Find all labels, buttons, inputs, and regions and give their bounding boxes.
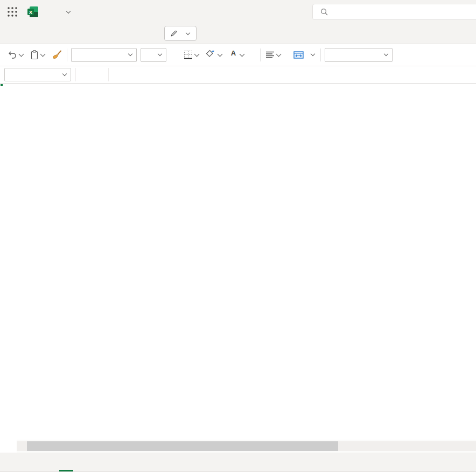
borders-icon [184, 50, 193, 59]
formula-bar [0, 66, 476, 84]
more-font-options-button[interactable] [250, 53, 256, 57]
formula-bar-actions [75, 68, 109, 81]
toolbar-divider [67, 48, 67, 61]
editing-mode-button[interactable] [164, 26, 197, 41]
font-color-button[interactable]: A [228, 48, 246, 61]
merge-button[interactable] [292, 50, 317, 60]
chevron-down-icon[interactable] [194, 51, 200, 57]
chevron-down-icon [62, 72, 67, 76]
format-painter-icon [52, 50, 62, 59]
chevron-down-icon[interactable] [66, 9, 71, 13]
search-icon [320, 8, 328, 16]
pencil-icon [170, 30, 178, 37]
app-launcher-icon[interactable] [7, 6, 18, 17]
fill-color-swatch [206, 58, 215, 60]
chevron-down-icon[interactable] [218, 51, 223, 57]
top-bar: X [0, 0, 476, 24]
font-color-swatch [229, 58, 238, 60]
fill-color-icon [206, 50, 216, 57]
number-format-select[interactable] [325, 48, 393, 62]
menu-bar [0, 24, 476, 43]
chevron-down-icon [158, 52, 162, 56]
align-button[interactable] [264, 50, 283, 60]
scroll-left-button[interactable] [17, 441, 27, 451]
sheet-tab-sheet1[interactable] [59, 453, 73, 471]
undo-button[interactable] [6, 49, 25, 61]
font-color-icon: A [231, 50, 236, 57]
chevron-down-icon[interactable] [19, 51, 24, 57]
chevron-down-icon [186, 30, 190, 34]
clipboard-icon [30, 50, 39, 60]
scrollbar-thumb[interactable] [27, 441, 338, 451]
formula-input[interactable] [109, 68, 476, 81]
chevron-down-icon [128, 52, 132, 56]
scrollbar-spacer [0, 440, 17, 453]
paste-button[interactable] [29, 48, 47, 61]
ribbon-toolbar: A [0, 43, 476, 66]
selection-box [0, 84, 2, 86]
name-box[interactable] [4, 68, 71, 81]
merge-icon [293, 51, 304, 59]
chevron-down-icon [384, 52, 388, 56]
search-input[interactable] [312, 4, 476, 20]
spreadsheet-grid [0, 84, 476, 440]
fill-color-button[interactable] [205, 48, 224, 62]
font-name-select[interactable] [71, 48, 137, 62]
svg-text:X: X [29, 9, 33, 15]
chevron-down-icon[interactable] [40, 51, 46, 57]
toolbar-divider [320, 48, 321, 61]
font-size-select[interactable] [141, 48, 166, 62]
toolbar-divider [260, 48, 261, 61]
scrollbar-track[interactable] [27, 441, 476, 451]
borders-button[interactable] [183, 48, 201, 61]
format-painter-button[interactable] [51, 48, 63, 61]
undo-icon [8, 51, 17, 59]
align-icon [265, 51, 275, 59]
bold-button[interactable] [170, 53, 179, 57]
sheet-tab-bar [0, 453, 476, 472]
horizontal-scrollbar [0, 440, 476, 453]
fill-handle[interactable] [0, 84, 3, 87]
wrap-text-button[interactable] [286, 53, 289, 57]
chevron-down-icon[interactable] [240, 51, 245, 57]
chevron-down-icon[interactable] [276, 51, 282, 57]
currency-format-button[interactable] [396, 53, 401, 57]
workbook-title-group [53, 11, 71, 13]
chevron-down-icon[interactable] [311, 52, 315, 56]
excel-logo-icon[interactable]: X [27, 6, 39, 18]
